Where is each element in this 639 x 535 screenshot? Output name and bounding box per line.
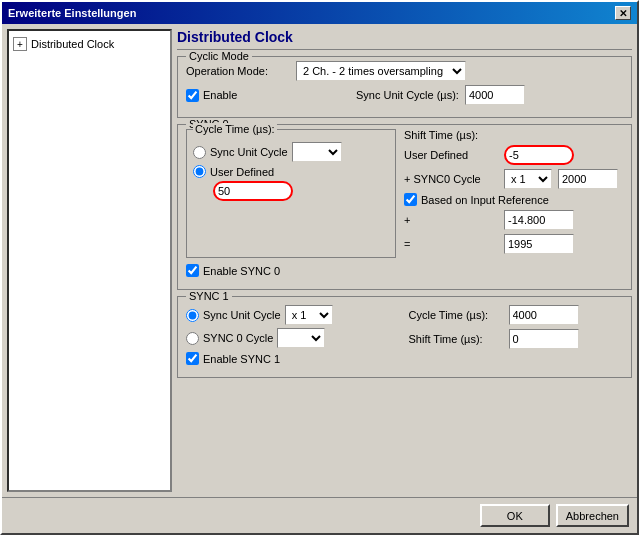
radio-sync-unit-row: Sync Unit Cycle: [193, 142, 389, 162]
window-title: Erweiterte Einstellungen: [8, 7, 136, 19]
plus-sign-label: +: [404, 214, 504, 226]
sync1-cycle-time-label: Cycle Time (µs):: [409, 309, 509, 321]
sync1-multiplier-select[interactable]: x 1 x 2 x 4: [285, 305, 333, 325]
user-defined-shift-label: User Defined: [404, 149, 504, 161]
close-button[interactable]: ✕: [615, 6, 631, 20]
based-on-input-label: Based on Input Reference: [421, 194, 549, 206]
enable-sync0-label: Enable SYNC 0: [203, 265, 280, 277]
main-window: Erweiterte Einstellungen ✕ + Distributed…: [0, 0, 639, 535]
equals-value-input[interactable]: [504, 234, 574, 254]
operation-mode-select[interactable]: 2 Ch. - 2 times oversampling: [296, 61, 466, 81]
sync1-inner: Sync Unit Cycle x 1 x 2 x 4 SYNC 0 Cycle: [186, 301, 623, 369]
based-on-input-checkbox[interactable]: [404, 193, 417, 206]
radio-user-defined-label: User Defined: [210, 166, 274, 178]
user-defined-input[interactable]: [213, 181, 293, 201]
sync1-shift-time-row: Shift Time (µs):: [409, 329, 624, 349]
sync1-radio-sync-unit-label: Sync Unit Cycle: [203, 309, 281, 321]
enable-label: Enable: [203, 89, 237, 101]
sync0-cycle-value-input[interactable]: [558, 169, 618, 189]
cyclic-mode-title: Cyclic Mode: [186, 50, 252, 62]
sync1-left: Sync Unit Cycle x 1 x 2 x 4 SYNC 0 Cycle: [186, 301, 401, 369]
equals-value-row: =: [404, 234, 623, 254]
enable-sync1-checkbox[interactable]: [186, 352, 199, 365]
sync1-cycle-time-row: Cycle Time (µs):: [409, 305, 624, 325]
content-area: + Distributed Clock Distributed Clock Cy…: [2, 24, 637, 497]
cycle-time-title: Cycle Time (µs):: [193, 123, 277, 135]
sync0-group: SYNC 0 Cycle Time (µs): Sync Unit Cycle: [177, 124, 632, 290]
enable-checkbox[interactable]: [186, 89, 199, 102]
operation-mode-row: Operation Mode: 2 Ch. - 2 times oversamp…: [186, 61, 623, 81]
plus-value-row: +: [404, 210, 623, 230]
radio-sync-unit[interactable]: [193, 146, 206, 159]
cyclic-mode-group: Cyclic Mode Operation Mode: 2 Ch. - 2 ti…: [177, 56, 632, 118]
tree-expand-icon[interactable]: +: [13, 37, 27, 51]
tree-item-label: Distributed Clock: [31, 38, 114, 50]
sync1-radio-sync-unit[interactable]: [186, 309, 199, 322]
sync1-right: Cycle Time (µs): Shift Time (µs):: [409, 301, 624, 369]
sync0-inner: Cycle Time (µs): Sync Unit Cycle User De…: [186, 129, 623, 258]
plus-sync0-label: + SYNC0 Cycle: [404, 173, 504, 185]
operation-mode-label: Operation Mode:: [186, 65, 296, 77]
plus-value-input[interactable]: [504, 210, 574, 230]
sync1-title: SYNC 1: [186, 290, 232, 302]
sync1-radio-sync0-label: SYNC 0 Cycle: [203, 332, 273, 344]
enable-sync0-row: Enable SYNC 0: [186, 264, 623, 277]
user-defined-shift-row: User Defined: [404, 145, 623, 165]
radio-user-defined[interactable]: [193, 165, 206, 178]
enable-sync1-row: Enable SYNC 1: [186, 352, 401, 365]
shift-time-label: Shift Time (µs):: [404, 129, 504, 141]
user-defined-input-row: [213, 181, 389, 201]
shift-value-input[interactable]: [504, 145, 574, 165]
radio-sync-unit-label: Sync Unit Cycle: [210, 146, 288, 158]
sync1-group: SYNC 1 Sync Unit Cycle x 1 x 2 x 4: [177, 296, 632, 378]
sync1-radio-sync-unit-row: Sync Unit Cycle x 1 x 2 x 4: [186, 305, 401, 325]
title-bar: Erweiterte Einstellungen ✕: [2, 2, 637, 24]
sync1-radio-sync0-cycle[interactable]: [186, 332, 199, 345]
sync1-shift-time-input[interactable]: [509, 329, 579, 349]
tree-item-distributed-clock[interactable]: + Distributed Clock: [13, 35, 166, 53]
plus-sync0-row: + SYNC0 Cycle x 1 x 2 x 4: [404, 169, 623, 189]
sync-unit-cycle-input[interactable]: [465, 85, 525, 105]
enable-sync0-checkbox[interactable]: [186, 264, 199, 277]
left-panel: + Distributed Clock: [7, 29, 172, 492]
based-on-input-row: Based on Input Reference: [404, 193, 623, 206]
shift-time-title-row: Shift Time (µs):: [404, 129, 623, 141]
panel-title: Distributed Clock: [177, 29, 632, 50]
cycle-time-box: Cycle Time (µs): Sync Unit Cycle User De…: [186, 129, 396, 258]
sync1-shift-time-label: Shift Time (µs):: [409, 333, 509, 345]
sync0-multiplier-select[interactable]: x 1 x 2 x 4: [504, 169, 552, 189]
right-panel: Distributed Clock Cyclic Mode Operation …: [177, 24, 637, 497]
enable-sync1-label: Enable SYNC 1: [203, 353, 280, 365]
enable-sync-row: Enable Sync Unit Cycle (µs):: [186, 85, 623, 105]
ok-button[interactable]: OK: [480, 504, 550, 527]
shift-time-section: Shift Time (µs): User Defined + SYNC0 Cy…: [404, 129, 623, 258]
bottom-bar: OK Abbrechen: [2, 497, 637, 533]
sync-unit-cycle-label: Sync Unit Cycle (µs):: [356, 89, 459, 101]
cancel-button[interactable]: Abbrechen: [556, 504, 629, 527]
sync1-sync0-mult-select[interactable]: [277, 328, 325, 348]
equals-sign-label: =: [404, 238, 504, 250]
sync-unit-select[interactable]: [292, 142, 342, 162]
radio-user-defined-row: User Defined: [193, 165, 389, 178]
sync1-radio-sync0-cycle-row: SYNC 0 Cycle: [186, 328, 401, 348]
sync1-cycle-time-input[interactable]: [509, 305, 579, 325]
